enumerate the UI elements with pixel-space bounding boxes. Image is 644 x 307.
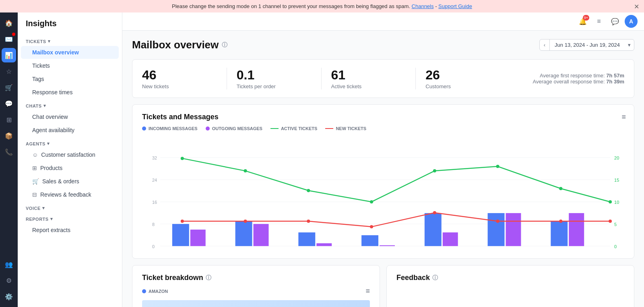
- tickets-messages-chart-card: Tickets and Messages INCOMING MESSAGES O…: [132, 104, 634, 259]
- sidebar-item-reviews-feedback[interactable]: ⊟ Reviews & feedback: [21, 188, 119, 201]
- tickets-section-header: TICKETS ▾: [18, 35, 122, 46]
- bottom-cards: Ticket breakdown ⓘ AMAZON ≡ Feedback ⓘ: [132, 265, 634, 307]
- tickets-per-order-label: Tickets per order: [237, 83, 312, 89]
- customers-label: Customers: [425, 83, 500, 89]
- bar-incoming-jun14: [235, 221, 252, 246]
- ticket-breakdown-chart: [142, 300, 370, 307]
- active-dot-jun13: [181, 157, 184, 160]
- header-icons-bar: 🔔 9+ ≡ 💬 A: [122, 12, 644, 31]
- legend-outgoing: OUTGOING MESSAGES: [206, 126, 262, 131]
- bar-incoming-jun16: [361, 235, 378, 246]
- bar-outgoing-jun15: [316, 243, 332, 246]
- legend-new-tickets: NEW TICKETS: [325, 126, 366, 131]
- page-header: Mailbox overview ⓘ ‹ Jun 13, 2024 - Jun …: [132, 39, 634, 51]
- nav-insights-icon[interactable]: 📊: [2, 48, 16, 62]
- new-dot-jun15: [307, 220, 310, 223]
- nav-users-icon[interactable]: 👥: [2, 257, 16, 272]
- svg-text:20: 20: [614, 156, 619, 160]
- nav-phone-icon[interactable]: 📞: [2, 145, 16, 159]
- nav-shop-icon[interactable]: 🛒: [2, 80, 16, 95]
- nav-home-icon[interactable]: 🏠: [2, 16, 16, 30]
- nav-apps-icon[interactable]: ⚙: [2, 273, 16, 288]
- support-guide-link[interactable]: Support Guide: [438, 3, 472, 9]
- nav-chat-icon[interactable]: 💬: [2, 96, 16, 111]
- bar-outgoing-jun14: [254, 224, 269, 246]
- bar-incoming-jun19: [551, 221, 568, 246]
- messages-button[interactable]: 💬: [609, 15, 621, 28]
- new-tickets-value: 46: [142, 68, 217, 83]
- sidebar-item-customer-satisfaction[interactable]: ☺ Customer satisfaction: [21, 148, 119, 161]
- new-dot-jun13: [181, 220, 184, 223]
- bar-outgoing-jun17: [443, 232, 458, 246]
- svg-text:8: 8: [152, 222, 155, 227]
- grid-icon: ⊞: [32, 165, 37, 171]
- cart-icon: 🛒: [32, 178, 39, 185]
- nav-mail-icon[interactable]: ✉️: [2, 32, 16, 46]
- date-range-picker[interactable]: ‹ Jun 13, 2024 - Jun 19, 2024 ▾: [539, 39, 634, 51]
- chart-legend: INCOMING MESSAGES OUTGOING MESSAGES ACTI…: [142, 126, 624, 131]
- ticket-breakdown-title: Ticket breakdown ⓘ: [142, 274, 370, 282]
- ticket-breakdown-info-icon: ⓘ: [206, 274, 211, 282]
- chart-title: Tickets and Messages: [142, 113, 624, 121]
- svg-text:0: 0: [152, 244, 155, 249]
- sidebar-item-response-times[interactable]: Response times: [21, 86, 119, 99]
- sidebar-item-tickets[interactable]: Tickets: [21, 59, 119, 72]
- date-prev-button[interactable]: ‹: [540, 39, 550, 50]
- top-banner: Please change the sending mode on 1 chan…: [0, 0, 644, 12]
- filter-button[interactable]: ≡: [592, 15, 605, 28]
- svg-text:24: 24: [152, 178, 157, 183]
- agents-section-header: AGENTS ▾: [18, 137, 122, 148]
- new-dot-jun19: [559, 220, 562, 223]
- customers-stat: 26 Customers: [425, 68, 510, 89]
- nav-sidebar: Insights TICKETS ▾ Mailbox overview Tick…: [18, 12, 122, 307]
- legend-incoming-dot: [142, 127, 146, 131]
- svg-text:16: 16: [152, 200, 157, 205]
- notifications-button[interactable]: 🔔 9+: [576, 15, 589, 28]
- sidebar-item-report-extracts[interactable]: Report extracts: [21, 224, 119, 236]
- right-panel: 🔔 9+ ≡ 💬 A Mailbox overview ⓘ ‹ Jun 13, …: [122, 12, 644, 307]
- sidebar-item-tags[interactable]: Tags: [21, 73, 119, 85]
- avg-first-response: Average first response time: 7h 57m: [520, 73, 624, 79]
- sidebar-item-sales-orders[interactable]: 🛒 Sales & orders: [21, 175, 119, 188]
- active-dot-jun16: [370, 200, 373, 203]
- page-title: Mailbox overview ⓘ: [132, 39, 227, 51]
- sidebar-item-mailbox-overview[interactable]: Mailbox overview: [21, 46, 119, 59]
- active-tickets-stat: 61 Active tickets: [331, 68, 416, 89]
- chart-menu-button[interactable]: ≡: [621, 113, 626, 121]
- nav-box-icon[interactable]: 📦: [2, 129, 16, 143]
- icon-sidebar: 🏠 ✉️ 📊 ☆ 🛒 💬 ⊞ 📦 📞 👥 ⚙ ⚙️: [0, 12, 18, 307]
- sidebar-item-agent-availability[interactable]: Agent availability: [21, 124, 119, 137]
- notifications-badge: 9+: [583, 15, 589, 21]
- active-dot-jun14: [244, 169, 247, 172]
- bar-incoming-jun13: [172, 224, 189, 246]
- new-dot-jun18: [496, 220, 500, 223]
- feedback-info-icon: ⓘ: [432, 274, 438, 282]
- amazon-channel-dot: [142, 289, 146, 293]
- mail-badge: [12, 33, 15, 36]
- stats-card: 46 New tickets 0.1 Tickets per order 61 …: [132, 59, 634, 98]
- legend-incoming: INCOMING MESSAGES: [142, 126, 198, 131]
- bar-incoming-jun17: [425, 213, 442, 246]
- ticket-breakdown-card: Ticket breakdown ⓘ AMAZON ≡: [132, 265, 380, 307]
- date-dropdown-icon[interactable]: ▾: [625, 39, 634, 50]
- banner-close-button[interactable]: ✕: [634, 2, 639, 10]
- banner-text: Please change the sending mode on 1 chan…: [172, 3, 410, 9]
- page-title-info-icon: ⓘ: [222, 41, 227, 49]
- svg-text:10: 10: [614, 200, 619, 205]
- nav-star-icon[interactable]: ☆: [2, 64, 16, 79]
- smiley-icon: ☺: [32, 151, 38, 158]
- nav-grid-icon[interactable]: ⊞: [2, 112, 16, 127]
- tickets-per-order-value: 0.1: [237, 68, 312, 83]
- feedback-card: Feedback ⓘ: [386, 265, 634, 307]
- ticket-breakdown-menu-button[interactable]: ≡: [365, 287, 370, 295]
- sidebar-item-products[interactable]: ⊞ Products: [21, 162, 119, 174]
- chart-svg: 0 8 16 24 32 0 5 10 15 20: [142, 137, 624, 250]
- nav-settings-icon[interactable]: ⚙️: [2, 289, 16, 304]
- sidebar-item-chat-overview[interactable]: Chat overview: [21, 110, 119, 123]
- new-dot-jun14: [244, 220, 247, 223]
- active-dot-jun17: [433, 169, 436, 172]
- channels-link[interactable]: Channels: [412, 3, 434, 9]
- svg-text:15: 15: [614, 178, 619, 183]
- tickets-per-order-stat: 0.1 Tickets per order: [237, 68, 322, 89]
- user-avatar[interactable]: A: [625, 15, 638, 28]
